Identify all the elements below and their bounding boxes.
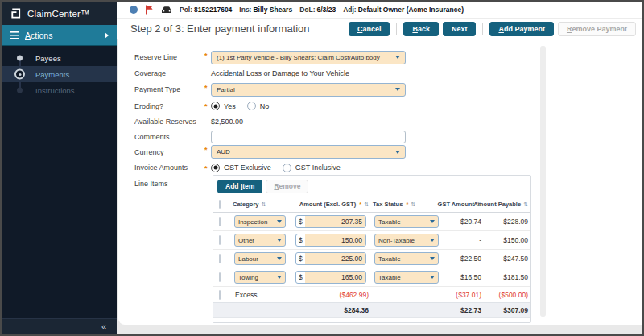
- cancel-button[interactable]: Cancel: [349, 22, 390, 36]
- gst-inclusive-radio[interactable]: GST Inclusive: [283, 164, 341, 172]
- row-checkbox[interactable]: [219, 235, 221, 245]
- required-marker: *: [204, 52, 208, 60]
- gst-amount-cell: $16.50: [444, 273, 485, 281]
- step-current-icon: [14, 69, 25, 80]
- collapse-sidebar-button[interactable]: «: [101, 322, 106, 331]
- category-select[interactable]: Other: [234, 234, 286, 247]
- chevron-down-icon: [395, 56, 400, 59]
- chevron-down-icon: [277, 239, 282, 242]
- app-title: ClaimCenter™: [27, 9, 90, 19]
- currency-symbol: $: [296, 255, 305, 263]
- amount-input[interactable]: 150.00: [305, 234, 365, 246]
- total-payable: $307.09: [485, 306, 532, 314]
- payment-type-label: Payment Type: [134, 85, 211, 93]
- gst-amount-cell: $20.74: [444, 218, 485, 226]
- button-separator: [482, 23, 483, 35]
- content-background: Reserve Line * (1) 1st Party Vehicle - B…: [117, 39, 642, 334]
- claim-status-icon[interactable]: [130, 6, 138, 14]
- comments-label: Comments: [134, 133, 211, 141]
- line-items-rows: Inspection $ 207.35 Taxable $20.74 $228.…: [213, 213, 530, 287]
- sidebar-item-instructions[interactable]: Instructions: [2, 82, 117, 98]
- row-checkbox[interactable]: [219, 217, 221, 226]
- amount-input-group: $ 165.00: [295, 271, 366, 284]
- gst-exclusive-radio[interactable]: GST Exclusive: [211, 164, 271, 172]
- tax-status-select[interactable]: Taxable: [374, 271, 439, 284]
- amount-payable-cell: $247.50: [485, 255, 532, 263]
- sidebar-item-payees[interactable]: Payees: [2, 50, 117, 66]
- reserve-line-select[interactable]: (1) 1st Party Vehicle - Billy Shears; Cl…: [211, 51, 406, 64]
- header-amount[interactable]: Amount (Excl. GST)*⇅: [295, 201, 373, 208]
- eroding-no-radio[interactable]: No: [247, 102, 270, 110]
- amount-payable-cell: $181.50: [485, 273, 532, 281]
- remove-payment-button[interactable]: Remove Payment: [558, 22, 636, 36]
- amount-payable-cell: $228.09: [485, 218, 532, 226]
- comments-input[interactable]: [211, 131, 406, 143]
- coverage-label: Coverage: [134, 69, 211, 77]
- header-amount-payable[interactable]: Amount Payable⇅: [485, 201, 532, 208]
- vehicle-icon[interactable]: [161, 6, 172, 14]
- currency-symbol: $: [296, 236, 305, 244]
- currency-symbol: $: [296, 273, 305, 281]
- amount-input-group: $ 150.00: [295, 234, 366, 247]
- claimcenter-window: ClaimCenter™ Pol:8152217604 Ins:Billy Sh…: [0, 0, 644, 336]
- category-select[interactable]: Towing: [234, 271, 286, 284]
- currency-row: Currency * AUD: [134, 144, 521, 160]
- actions-button[interactable]: Actions: [2, 25, 117, 46]
- gst-amount-cell: $22.50: [444, 255, 485, 263]
- radio-unselected-icon: [247, 102, 256, 110]
- line-items-panel: Add Item Remove Category⇅ Amount (Excl. …: [213, 175, 531, 323]
- payment-form-panel: Reserve Line * (1) 1st Party Vehicle - B…: [118, 39, 642, 325]
- header-tax-status[interactable]: Tax Status*⇅: [373, 201, 444, 208]
- row-checkbox[interactable]: [219, 290, 221, 300]
- line-item-row: Towing $ 165.00 Taxable $16.50 $181.50: [213, 268, 530, 287]
- radio-selected-icon: [211, 102, 220, 110]
- row-checkbox[interactable]: [219, 272, 221, 282]
- wizard-title-bar: Step 2 of 3: Enter payment information C…: [117, 19, 642, 39]
- eroding-label: Eroding?: [134, 102, 211, 110]
- flag-icon[interactable]: [145, 5, 154, 15]
- chevron-down-icon: [430, 276, 435, 279]
- category-select[interactable]: Labour: [234, 252, 286, 265]
- reserve-line-row: Reserve Line * (1) 1st Party Vehicle - B…: [134, 49, 521, 65]
- gst-amount-cell: -: [444, 236, 485, 244]
- currency-label: Currency: [134, 148, 211, 156]
- comments-row: Comments: [134, 129, 521, 144]
- line-items-label: Line Items: [134, 180, 211, 188]
- add-item-button[interactable]: Add Item: [217, 180, 262, 193]
- line-item-row: Inspection $ 207.35 Taxable $20.74 $228.…: [213, 213, 530, 231]
- payment-type-select[interactable]: Partial: [211, 83, 406, 97]
- category-select[interactable]: Inspection: [234, 215, 286, 228]
- policy-number: Pol:8152217604: [180, 6, 232, 14]
- back-button[interactable]: Back: [403, 22, 439, 36]
- excess-row: Excess ($462.99) ($37.01) ($500.00): [213, 287, 530, 303]
- amount-input[interactable]: 225.00: [305, 253, 365, 264]
- line-item-row: Labour $ 225.00 Taxable $22.50 $247.50: [213, 250, 530, 268]
- tax-status-select[interactable]: Non-Taxable: [374, 234, 439, 247]
- currency-select[interactable]: AUD: [211, 145, 406, 159]
- chevron-down-icon: [430, 239, 435, 242]
- sidebar-item-payments[interactable]: Payments: [2, 66, 117, 82]
- header-category[interactable]: Category⇅: [233, 201, 295, 208]
- page-title: Step 2 of 3: Enter payment information: [130, 23, 349, 35]
- tax-status-select[interactable]: Taxable: [374, 215, 439, 228]
- table-footer: [213, 318, 530, 322]
- eroding-yes-radio[interactable]: Yes: [211, 102, 236, 110]
- vertical-scrollbar[interactable]: [540, 46, 546, 317]
- add-payment-button[interactable]: Add Payment: [489, 22, 554, 36]
- tax-status-select[interactable]: Taxable: [374, 252, 439, 265]
- line-items-header: Category⇅ Amount (Excl. GST)*⇅ Tax Statu…: [213, 197, 530, 213]
- chevron-down-icon: [395, 88, 400, 91]
- sidebar: Actions Payees Payments Instructions «: [2, 25, 117, 334]
- select-all-checkbox[interactable]: [219, 200, 221, 209]
- date-of-loss: DoL:6/3/23: [299, 6, 336, 14]
- row-checkbox[interactable]: [219, 254, 221, 263]
- excess-payable: ($500.00): [485, 291, 532, 299]
- chevron-down-icon: [430, 220, 435, 223]
- amount-payable-cell: $150.00: [485, 236, 532, 244]
- amount-input[interactable]: 165.00: [305, 272, 365, 283]
- radio-selected-icon: [211, 164, 220, 172]
- amount-input[interactable]: 207.35: [305, 216, 365, 227]
- invoice-amounts-row: Invoice Amounts * GST Exclusive GST Incl…: [134, 160, 521, 176]
- next-button[interactable]: Next: [443, 22, 477, 36]
- remove-item-button[interactable]: Remove: [266, 180, 308, 193]
